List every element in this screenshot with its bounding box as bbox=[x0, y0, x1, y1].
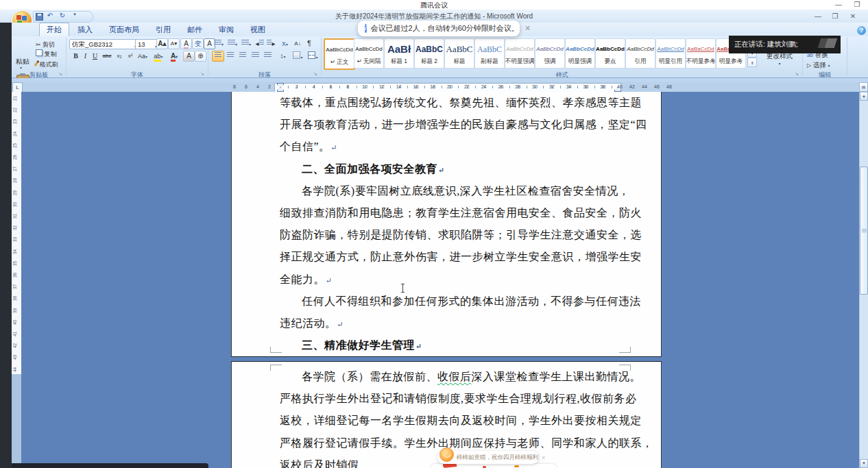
word-maximize-button[interactable]: ❐ bbox=[829, 12, 841, 20]
italic-button[interactable]: I bbox=[81, 51, 90, 62]
distribute-button[interactable] bbox=[261, 51, 274, 62]
bold-button[interactable]: B bbox=[71, 51, 81, 62]
style-不明显强调[interactable]: AaBbCcDd不明显强调 bbox=[505, 38, 535, 69]
margin-corner-mark bbox=[619, 365, 631, 371]
tab-页面布局[interactable]: 页面布局 bbox=[102, 23, 146, 36]
bullets-button[interactable]: ▾ bbox=[212, 38, 226, 49]
highlight-color-button[interactable]: ab▾ bbox=[151, 51, 166, 62]
phonetic-guide-button[interactable]: 变 bbox=[192, 38, 204, 49]
toast-close-icon[interactable]: × bbox=[542, 454, 545, 461]
tab-引用[interactable]: 引用 bbox=[149, 23, 178, 36]
decrease-indent-button[interactable]: ◂ bbox=[254, 38, 265, 49]
style-无间隔[interactable]: AaBbCcDd↵ 无间隔 bbox=[354, 38, 384, 69]
ruler-toggle-button[interactable]: ▤ bbox=[859, 82, 868, 92]
help-button[interactable]: ? bbox=[857, 26, 866, 35]
tab-审阅[interactable]: 审阅 bbox=[212, 23, 241, 36]
ruler-number: 16 bbox=[413, 84, 418, 89]
underline-button[interactable]: U bbox=[90, 51, 100, 62]
style-不明显参考[interactable]: AaBaCcDd不明显参考 bbox=[686, 38, 716, 69]
word-close-button[interactable]: ✕ bbox=[847, 12, 859, 20]
meeting-maximize-button[interactable]: ❐ bbox=[852, 1, 862, 9]
vertical-scrollbar[interactable]: ▲ ▼ bbox=[859, 92, 868, 468]
style-强调[interactable]: AaBbCcDd强调 bbox=[535, 38, 565, 69]
paste-button[interactable]: 粘贴 bbox=[12, 57, 34, 66]
style-标题[interactable]: AaBbC标题 bbox=[444, 38, 474, 69]
tab-stop-selector[interactable]: L bbox=[12, 82, 23, 93]
styles-more-icon[interactable]: ⇟ bbox=[747, 58, 757, 67]
paragraph-dialog-launcher-icon[interactable]: ↘ bbox=[313, 71, 319, 77]
style-name: ↵ 正文 bbox=[325, 58, 354, 66]
style-明显强调[interactable]: AaBbCcDd明显强调 bbox=[565, 38, 595, 69]
scrollbar-thumb[interactable] bbox=[860, 167, 868, 295]
scroll-down-icon[interactable]: ▼ bbox=[860, 459, 868, 468]
multilevel-list-button[interactable]: ▾ bbox=[239, 38, 253, 49]
style-引用[interactable]: AaBbCcDd引用 bbox=[625, 38, 655, 69]
subscript-button[interactable]: x₂ bbox=[114, 51, 125, 62]
format-painter-button[interactable]: 格式刷 bbox=[35, 59, 69, 70]
show-marks-button[interactable]: ¶ bbox=[304, 38, 315, 49]
undo-icon[interactable]: ↶ bbox=[45, 12, 55, 19]
style-副标题[interactable]: AaBbC副标题 bbox=[474, 38, 505, 69]
enclose-characters-button[interactable]: ⊕ bbox=[195, 51, 206, 62]
character-shading-button[interactable]: A bbox=[183, 51, 195, 62]
ruler-number: 12 bbox=[379, 84, 385, 89]
style-正文[interactable]: AaBbCcDd↵ 正文 bbox=[324, 38, 355, 70]
font-name-combo[interactable]: 仿宋_GB2312▾ bbox=[69, 39, 138, 49]
grow-font-button[interactable]: A▴ bbox=[156, 38, 168, 49]
style-标题2[interactable]: AaBbC标题 2 bbox=[414, 38, 444, 69]
ruler-number: 36 bbox=[12, 273, 17, 278]
font-dialog-launcher-icon[interactable]: ↘ bbox=[200, 71, 206, 77]
strikethrough-button[interactable]: abc bbox=[100, 51, 114, 62]
font-color-button[interactable]: A▾ bbox=[167, 51, 182, 62]
style-preview: AaBbCcDd bbox=[626, 42, 655, 56]
clear-formatting-button[interactable]: A bbox=[180, 38, 192, 49]
style-标题1[interactable]: AaBł标题 1 bbox=[384, 38, 414, 69]
align-right-button[interactable] bbox=[237, 51, 249, 62]
scroll-up-icon[interactable]: ▲ bbox=[860, 92, 868, 101]
margin-corner-mark bbox=[270, 365, 282, 371]
style-要点[interactable]: AaBbCcDd要点 bbox=[595, 38, 625, 69]
word-minimize-button[interactable]: — bbox=[812, 12, 824, 20]
style-preview: AaBbC bbox=[475, 42, 504, 56]
meeting-minimize-button[interactable]: — bbox=[834, 1, 843, 9]
document-page-1[interactable]: 等载体，重点围绕弘扬传统文化、祭奠先祖、缅怀英烈、孝亲感恩等主题开展各项教育活动… bbox=[231, 92, 662, 357]
superscript-button[interactable]: x² bbox=[125, 51, 136, 62]
ruler-number: 30 bbox=[532, 84, 538, 89]
align-left-button[interactable] bbox=[212, 51, 224, 62]
redo-icon[interactable]: ↻ bbox=[58, 12, 67, 19]
shrink-font-button[interactable]: A▾ bbox=[168, 38, 180, 49]
borders-button[interactable]: ▾ bbox=[306, 51, 320, 62]
save-icon[interactable] bbox=[36, 13, 43, 21]
sort-button[interactable]: A↓ bbox=[291, 38, 304, 49]
banner-close-icon[interactable]: ✕ bbox=[525, 24, 531, 33]
justify-button[interactable] bbox=[249, 51, 261, 62]
shading-button[interactable]: ▾ bbox=[291, 51, 305, 62]
select-button[interactable]: ▷ 选择 ▾ bbox=[807, 61, 843, 70]
numbering-button[interactable]: ▾ bbox=[226, 38, 239, 49]
tab-视图[interactable]: 视图 bbox=[243, 23, 272, 36]
copy-button[interactable]: 复制 bbox=[35, 49, 67, 60]
font-size-combo[interactable]: 13▾ bbox=[135, 39, 158, 49]
document-line: 各学院（系）需在放假前、收假后深入课堂检查学生上课出勤情况。 bbox=[280, 366, 650, 388]
ruler-number: 26 bbox=[498, 84, 503, 89]
tab-邮件[interactable]: 邮件 bbox=[180, 23, 209, 36]
align-center-button[interactable] bbox=[224, 51, 237, 62]
tab-开始[interactable]: 开始 bbox=[39, 23, 69, 37]
tab-插入[interactable]: 插入 bbox=[71, 23, 99, 36]
line-spacing-button[interactable]: ↕▾ bbox=[276, 51, 290, 62]
increase-indent-button[interactable]: ▸ bbox=[265, 38, 277, 49]
orange-sticker-icon bbox=[514, 465, 519, 467]
qat-customize-icon[interactable]: ▾ bbox=[70, 12, 80, 17]
horizontal-ruler[interactable]: 8642246810121416182022242628303234363840… bbox=[12, 82, 859, 92]
style-preview: AaBł bbox=[385, 42, 413, 56]
ruler-number: 44 bbox=[642, 84, 647, 89]
meeting-titlebar: 腾讯会议 — ❐ bbox=[0, 0, 868, 10]
styles-dialog-launcher-icon[interactable]: ↘ bbox=[795, 71, 800, 77]
vertical-ruler: 2122232425262728293031323334353637383940… bbox=[12, 92, 22, 374]
style-明显引用[interactable]: AaBbCcDd明显引用 bbox=[655, 38, 686, 69]
ruler-number: 24 bbox=[481, 84, 487, 89]
clipboard-dialog-launcher-icon[interactable]: ↘ bbox=[58, 71, 64, 77]
change-case-button[interactable]: Aa▾ bbox=[136, 51, 149, 62]
asian-layout-button[interactable]: X▾ bbox=[278, 38, 291, 49]
vertical-ruler-margin bbox=[12, 374, 21, 463]
